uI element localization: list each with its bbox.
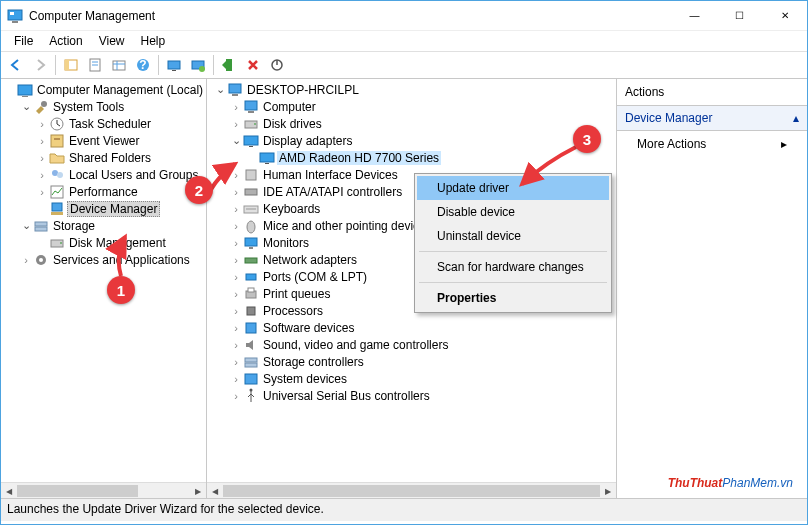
- actions-header: Actions: [617, 79, 807, 106]
- expand-icon[interactable]: ›: [229, 339, 243, 351]
- tree-item[interactable]: Computer Management (Local): [3, 81, 206, 98]
- expand-icon[interactable]: ›: [229, 356, 243, 368]
- more-actions-item[interactable]: More Actions ▸: [617, 131, 807, 157]
- expand-icon[interactable]: ›: [35, 152, 49, 164]
- svg-rect-39: [232, 94, 238, 96]
- tree-item-label: Device Manager: [67, 201, 160, 217]
- svg-rect-33: [35, 227, 47, 231]
- toolbar-separator: [55, 55, 56, 75]
- expand-icon[interactable]: ›: [19, 254, 33, 266]
- tree-item[interactable]: ›Universal Serial Bus controllers: [209, 387, 616, 404]
- expand-icon[interactable]: ›: [229, 390, 243, 402]
- context-menu-item[interactable]: Properties: [417, 286, 609, 310]
- tree-item[interactable]: ›Task Scheduler: [3, 115, 206, 132]
- uninstall-button[interactable]: [242, 54, 264, 76]
- tree-item-label: Storage controllers: [261, 355, 366, 369]
- menu-help[interactable]: Help: [134, 32, 173, 50]
- close-button[interactable]: ✕: [762, 1, 807, 30]
- tree-item[interactable]: ›Shared Folders: [3, 149, 206, 166]
- expand-icon[interactable]: ›: [229, 271, 243, 283]
- tree-item[interactable]: ⌄System Tools: [3, 98, 206, 115]
- properties-button[interactable]: [84, 54, 106, 76]
- expand-icon[interactable]: ›: [35, 186, 49, 198]
- mouse-icon: [243, 218, 259, 234]
- menu-action[interactable]: Action: [42, 32, 89, 50]
- tree-item[interactable]: ›Disk drives: [209, 115, 616, 132]
- svg-point-64: [250, 388, 253, 391]
- expand-icon[interactable]: ›: [229, 288, 243, 300]
- svg-rect-54: [249, 247, 253, 249]
- tree-item-label: Task Scheduler: [67, 117, 153, 131]
- scroll-right-button[interactable]: ▶: [190, 483, 206, 498]
- svg-rect-59: [247, 307, 255, 315]
- window-title: Computer Management: [29, 9, 672, 23]
- pc-icon: [227, 82, 243, 98]
- perf-icon: [49, 184, 65, 200]
- tree-item-label: Software devices: [261, 321, 356, 335]
- collapse-icon[interactable]: ⌄: [19, 100, 33, 113]
- disable-button[interactable]: [266, 54, 288, 76]
- context-menu-item[interactable]: Scan for hardware changes: [417, 255, 609, 279]
- scroll-track[interactable]: [17, 483, 190, 498]
- context-menu-item[interactable]: Disable device: [417, 200, 609, 224]
- maximize-button[interactable]: ☐: [717, 1, 762, 30]
- scroll-left-button[interactable]: ◀: [207, 483, 223, 498]
- scroll-right-button[interactable]: ▶: [600, 483, 616, 498]
- collapse-icon: ▴: [793, 111, 799, 125]
- export-list-button[interactable]: [108, 54, 130, 76]
- expand-icon[interactable]: ›: [229, 220, 243, 232]
- tree-item[interactable]: ›Software devices: [209, 319, 616, 336]
- expand-icon[interactable]: ›: [229, 305, 243, 317]
- display-icon: [243, 133, 259, 149]
- back-button[interactable]: [5, 54, 27, 76]
- tree-item[interactable]: ›Event Viewer: [3, 132, 206, 149]
- svg-rect-4: [65, 60, 69, 70]
- show-hide-tree-button[interactable]: [60, 54, 82, 76]
- tree-item[interactable]: Device Manager: [3, 200, 206, 217]
- menu-file[interactable]: File: [7, 32, 40, 50]
- svg-rect-25: [51, 135, 63, 147]
- expand-icon[interactable]: ›: [229, 254, 243, 266]
- menu-view[interactable]: View: [92, 32, 132, 50]
- expand-icon[interactable]: ›: [229, 322, 243, 334]
- scroll-left-button[interactable]: ◀: [1, 483, 17, 498]
- svg-rect-8: [113, 61, 125, 70]
- ide-icon: [243, 184, 259, 200]
- expand-icon[interactable]: ›: [229, 373, 243, 385]
- forward-button[interactable]: [29, 54, 51, 76]
- tree-item-label: Sound, video and game controllers: [261, 338, 450, 352]
- scrollbar-horizontal[interactable]: ◀ ▶: [207, 482, 616, 498]
- collapse-icon[interactable]: ⌄: [213, 83, 227, 96]
- expand-icon[interactable]: ›: [229, 118, 243, 130]
- collapse-icon[interactable]: ⌄: [229, 134, 243, 147]
- context-menu: Update driverDisable deviceUninstall dev…: [414, 173, 612, 313]
- svg-marker-18: [222, 61, 226, 69]
- expand-icon[interactable]: ›: [229, 237, 243, 249]
- tree-item[interactable]: ›Performance: [3, 183, 206, 200]
- scrollbar-horizontal[interactable]: ◀ ▶: [1, 482, 206, 498]
- minimize-button[interactable]: —: [672, 1, 717, 30]
- svg-rect-21: [18, 85, 32, 95]
- expand-icon[interactable]: ›: [35, 118, 49, 130]
- expand-icon[interactable]: ›: [229, 203, 243, 215]
- monitor-icon: [243, 235, 259, 251]
- expand-icon[interactable]: ›: [35, 135, 49, 147]
- tree-item[interactable]: ›System devices: [209, 370, 616, 387]
- event-icon: [49, 133, 65, 149]
- expand-icon[interactable]: ›: [229, 101, 243, 113]
- tree-item[interactable]: ⌄DESKTOP-HRCILPL: [209, 81, 616, 98]
- enable-button[interactable]: [218, 54, 240, 76]
- tree-item[interactable]: ›Sound, video and game controllers: [209, 336, 616, 353]
- context-menu-item[interactable]: Uninstall device: [417, 224, 609, 248]
- expand-icon[interactable]: ›: [35, 169, 49, 181]
- collapse-icon[interactable]: ⌄: [19, 219, 33, 232]
- tree-item[interactable]: ›Computer: [209, 98, 616, 115]
- actions-section[interactable]: Device Manager ▴: [617, 106, 807, 131]
- update-driver-button[interactable]: [163, 54, 185, 76]
- scroll-track[interactable]: [223, 483, 600, 498]
- help-button[interactable]: ?: [132, 54, 154, 76]
- tree-item-label: Mice and other pointing devices: [261, 219, 434, 233]
- scan-hardware-button[interactable]: [187, 54, 209, 76]
- tree-item[interactable]: ›Local Users and Groups: [3, 166, 206, 183]
- tree-item[interactable]: ›Storage controllers: [209, 353, 616, 370]
